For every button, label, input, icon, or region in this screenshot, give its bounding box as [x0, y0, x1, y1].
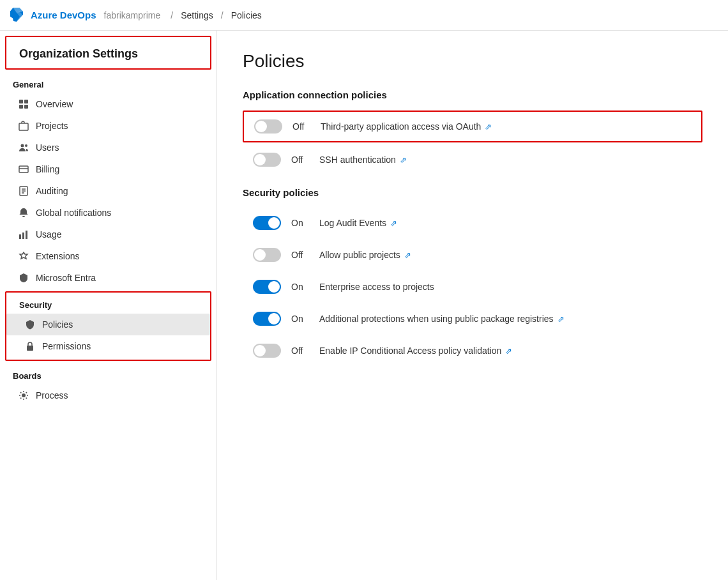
sidebar-item-auditing[interactable]: Auditing: [0, 180, 216, 202]
sidebar-item-globalnotifications-label: Global notifications: [36, 208, 111, 218]
sidebar-item-policies-label: Policies: [42, 319, 73, 330]
sidebar-item-process-label: Process: [36, 390, 68, 401]
sidebar-item-extensions[interactable]: Extensions: [0, 245, 216, 267]
page-title: Policies: [243, 51, 702, 72]
toggle-thumb-enterprise: [268, 281, 280, 293]
svg-rect-4: [19, 123, 28, 130]
azure-devops-logo[interactable]: Azure DevOps: [10, 8, 96, 23]
sidebar-item-users-label: Users: [36, 142, 59, 153]
link-icon-logaudit[interactable]: ⇗: [390, 218, 397, 228]
toggle-thumb-ssh: [254, 154, 266, 165]
policy-name-ssh: SSH authentication ⇗: [319, 155, 407, 165]
general-section-label: General: [0, 72, 216, 93]
sidebar-item-billing[interactable]: Billing: [0, 158, 216, 180]
sidebar-item-extensions-label: Extensions: [36, 251, 79, 261]
process-icon: [18, 390, 29, 401]
projects-icon: [18, 120, 29, 132]
toggle-thumb-oauth: [255, 121, 267, 132]
toggle-ipconditions[interactable]: [253, 344, 281, 358]
sidebar-item-overview[interactable]: Overview: [0, 93, 216, 115]
sidebar-item-usage[interactable]: Usage: [0, 224, 216, 245]
svg-point-5: [21, 144, 24, 148]
toggle-label-enterprise: On: [291, 282, 309, 292]
org-settings-header[interactable]: Organization Settings: [5, 36, 211, 70]
grid-icon: [18, 98, 29, 110]
toggle-thumb-ipconditions: [254, 345, 266, 356]
sidebar-item-auditing-label: Auditing: [36, 186, 68, 196]
sidebar-item-microsoftentra[interactable]: Microsoft Entra: [0, 267, 216, 289]
svg-rect-9: [19, 234, 21, 239]
toggle-ssh[interactable]: [253, 153, 281, 167]
toggle-thumb-publicprojects: [254, 249, 266, 261]
topbar-page: Policies: [231, 10, 262, 20]
toggle-publicprojects[interactable]: [253, 248, 281, 262]
svg-rect-11: [26, 231, 27, 239]
svg-rect-3: [24, 105, 28, 109]
sidebar-item-projects[interactable]: Projects: [0, 115, 216, 137]
sidebar-item-usage-label: Usage: [36, 229, 61, 240]
svg-rect-0: [19, 100, 23, 103]
logo-icon: [10, 8, 26, 23]
security-section: Security Policies Permissions: [5, 291, 211, 361]
toggle-thumb-logaudit: [268, 217, 280, 229]
sidebar-item-policies[interactable]: Policies: [6, 314, 210, 335]
topbar-slash2: /: [221, 10, 224, 20]
link-icon-ssh[interactable]: ⇗: [400, 155, 407, 165]
policy-name-logaudit: Log Audit Events ⇗: [319, 218, 397, 228]
boards-section-label: Boards: [0, 363, 216, 385]
sidebar-item-projects-label: Projects: [36, 121, 68, 131]
toggle-enterprise[interactable]: [253, 280, 281, 294]
link-icon-oauth[interactable]: ⇗: [485, 122, 492, 132]
toggle-logaudit[interactable]: [253, 216, 281, 230]
sidebar-item-microsoftentra-label: Microsoft Entra: [36, 273, 96, 283]
topbar-slash1: /: [171, 10, 173, 20]
billing-icon: [18, 164, 29, 175]
sidebar: Organization Settings General Overview P…: [0, 31, 217, 580]
toggle-oauth[interactable]: [254, 119, 282, 134]
link-icon-ipconditions[interactable]: ⇗: [505, 346, 512, 356]
toggle-packageregistries[interactable]: [253, 312, 281, 326]
entra-icon: [18, 272, 29, 284]
toggle-label-oauth: Off: [292, 121, 310, 132]
content-area: Policies Application connection policies…: [217, 31, 728, 580]
policy-row-ssh: Off SSH authentication ⇗: [243, 145, 702, 174]
usage-icon: [18, 229, 29, 240]
policy-row-packageregistries: On Additional protections when using pub…: [243, 304, 702, 333]
topbar: Azure DevOps fabrikamprime / Settings / …: [0, 0, 728, 31]
main-layout: Organization Settings General Overview P…: [0, 31, 728, 580]
topbar-separator1: fabrikamprime: [104, 10, 161, 20]
policy-name-oauth: Third-party application access via OAuth…: [321, 121, 492, 132]
policy-row-logaudit: On Log Audit Events ⇗: [243, 208, 702, 238]
section-divider-1: [243, 177, 702, 187]
svg-rect-12: [27, 346, 33, 351]
topbar-settings[interactable]: Settings: [181, 10, 213, 20]
security-policies-heading: Security policies: [243, 187, 702, 198]
svg-rect-1: [24, 100, 28, 103]
toggle-label-packageregistries: On: [291, 314, 309, 324]
sidebar-item-permissions[interactable]: Permissions: [6, 335, 210, 357]
policy-name-packageregistries: Additional protections when using public…: [319, 314, 565, 324]
sidebar-item-billing-label: Billing: [36, 164, 59, 174]
sidebar-item-overview-label: Overview: [36, 99, 73, 109]
policy-row-publicprojects: Off Allow public projects ⇗: [243, 240, 702, 270]
link-icon-packageregistries[interactable]: ⇗: [557, 314, 565, 324]
shield-icon: [24, 319, 36, 330]
policy-name-enterprise: Enterprise access to projects: [319, 282, 434, 292]
link-icon-publicprojects[interactable]: ⇗: [404, 250, 411, 260]
toggle-thumb-packageregistries: [268, 313, 280, 324]
svg-rect-7: [19, 166, 28, 172]
policy-row-oauth: Off Third-party application access via O…: [243, 111, 702, 142]
sidebar-item-process[interactable]: Process: [0, 385, 216, 406]
toggle-label-logaudit: On: [291, 218, 309, 228]
svg-point-13: [22, 393, 26, 397]
app-connection-heading: Application connection policies: [243, 89, 702, 100]
toggle-label-ssh: Off: [291, 155, 309, 165]
bell-icon: [18, 207, 29, 218]
auditing-icon: [18, 185, 29, 197]
sidebar-item-users[interactable]: Users: [0, 137, 216, 158]
policy-row-ipconditions: Off Enable IP Conditional Access policy …: [243, 336, 702, 365]
toggle-label-ipconditions: Off: [291, 346, 309, 356]
policy-name-publicprojects: Allow public projects ⇗: [319, 250, 411, 260]
users-icon: [18, 142, 29, 153]
sidebar-item-globalnotifications[interactable]: Global notifications: [0, 202, 216, 224]
